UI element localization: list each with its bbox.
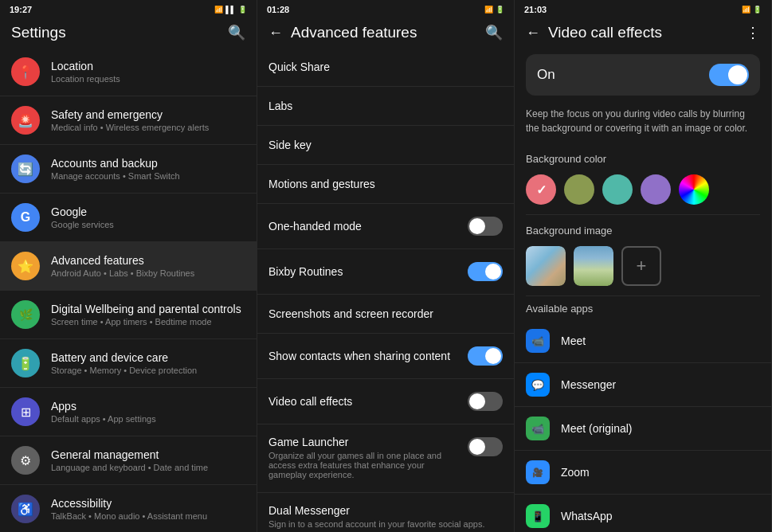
settings-item-safety[interactable]: 🚨 Safety and emergency Medical info • Wi… <box>0 96 257 145</box>
signal-icon: ▌▌ <box>225 6 236 14</box>
app-item-meet-original[interactable]: 📹 Meet (original) <box>515 407 771 451</box>
accounts-text: Accounts and backup Manage accounts • Sm… <box>51 157 245 181</box>
app-item-meet[interactable]: 📹 Meet <box>515 319 771 363</box>
location-text: Location Location requests <box>51 60 245 84</box>
videocall-toggle[interactable] <box>468 392 503 411</box>
advanced-title: Advanced features <box>51 254 245 267</box>
wellbeing-icon: 🌿 <box>19 308 33 321</box>
accessibility-icon-bg: ♿ <box>11 495 40 523</box>
advanced-list: Quick Share Labs Side key Motions and ge… <box>257 48 514 532</box>
accessibility-subtitle: TalkBack • Mono audio • Assistant menu <box>51 511 245 521</box>
gamelauncher-toggle[interactable] <box>468 437 503 456</box>
status-icons-3: 📶 🔋 <box>742 6 762 14</box>
location-title: Location <box>51 60 245 72</box>
status-time-3: 21:03 <box>524 5 547 14</box>
af-item-quickshare[interactable]: Quick Share <box>257 48 514 87</box>
apps-text: Apps Default apps • App settings <box>51 400 245 424</box>
dualmessenger-text: Dual Messenger Sign in to a second accou… <box>268 504 485 529</box>
wifi-icon: 📶 <box>214 6 223 14</box>
contacts-toggle[interactable] <box>468 346 503 366</box>
location-subtitle: Location requests <box>51 74 245 84</box>
status-bar-2: 01:28 📶 🔋 <box>257 0 514 18</box>
screenshots-text: Screenshots and screen recorder <box>268 307 433 320</box>
image-thumb-0[interactable] <box>526 246 566 286</box>
af-item-videocall[interactable]: Video call effects <box>257 379 514 424</box>
settings-item-location[interactable]: 📍 Location Location requests <box>0 48 257 96</box>
video-call-effects-panel: 21:03 📶 🔋 ← Video call effects ⋮ On Keep… <box>515 0 772 532</box>
wellbeing-icon-bg: 🌿 <box>11 300 40 329</box>
battery-subtitle: Storage • Memory • Device protection <box>51 366 245 375</box>
settings-item-google[interactable]: G Google Google services <box>0 194 257 242</box>
settings-item-accounts[interactable]: 🔄 Accounts and backup Manage accounts • … <box>0 145 257 194</box>
safety-subtitle: Medical info • Wireless emergency alerts <box>51 123 245 132</box>
safety-icon-bg: 🚨 <box>11 106 40 135</box>
image-thumb-1[interactable] <box>574 246 613 286</box>
apps-subtitle: Default apps • App settings <box>51 414 245 424</box>
apps-title: Apps <box>51 400 245 413</box>
whatsapp-label: WhatsApp <box>561 510 613 522</box>
settings-item-apps[interactable]: ⊞ Apps Default apps • App settings <box>0 388 257 436</box>
advanced-text: Advanced features Android Auto • Labs • … <box>51 254 245 278</box>
plus-icon: + <box>637 256 647 276</box>
af-item-gamelauncher[interactable]: Game Launcher Organize all your games al… <box>257 424 514 493</box>
af-item-motions[interactable]: Motions and gestures <box>257 165 514 204</box>
af-item-contacts[interactable]: Show contacts when sharing content <box>257 334 514 379</box>
vce-header: ← Video call effects ⋮ <box>515 18 771 48</box>
gamelauncher-text: Game Launcher Organize all your games al… <box>268 436 460 479</box>
app-item-zoom[interactable]: 🎥 Zoom <box>515 451 771 495</box>
messenger-icon: 💬 <box>526 373 550 397</box>
settings-item-accessibility[interactable]: ♿ Accessibility TalkBack • Mono audio • … <box>0 485 257 532</box>
color-circle-2[interactable] <box>602 174 633 205</box>
af-item-screenshots[interactable]: Screenshots and screen recorder <box>257 295 514 334</box>
status-icons-1: 📶 ▌▌ 🔋 <box>214 6 247 14</box>
onehanded-toggle[interactable] <box>468 217 503 236</box>
wellbeing-title: Digital Wellbeing and parental controls <box>51 303 245 315</box>
status-time-1: 19:27 <box>10 5 32 14</box>
color-circle-3[interactable] <box>641 174 671 205</box>
accounts-icon-bg: 🔄 <box>11 155 40 183</box>
accessibility-text: Accessibility TalkBack • Mono audio • As… <box>51 497 245 521</box>
bixby-toggle[interactable] <box>468 262 503 281</box>
general-icon-bg: ⚙ <box>11 446 40 475</box>
on-banner: On <box>526 54 760 96</box>
settings-item-battery[interactable]: 🔋 Battery and device care Storage • Memo… <box>0 339 257 388</box>
on-toggle[interactable] <box>709 64 749 86</box>
color-circle-4[interactable] <box>679 174 709 205</box>
more-icon[interactable]: ⋮ <box>746 24 760 41</box>
app-item-whatsapp[interactable]: 📱 WhatsApp <box>515 495 771 532</box>
settings-item-advanced[interactable]: ⭐ Advanced features Android Auto • Labs … <box>0 242 257 291</box>
advanced-subtitle: Android Auto • Labs • Bixby Routines <box>51 268 245 278</box>
add-image-button[interactable]: + <box>621 246 661 286</box>
color-circle-1[interactable] <box>564 174 594 205</box>
meet-icon: 📹 <box>526 329 550 353</box>
back-arrow-3[interactable]: ← <box>526 25 540 41</box>
settings-panel: 19:27 📶 ▌▌ 🔋 Settings 🔍 📍 Location Locat… <box>0 0 257 532</box>
af-item-bixby[interactable]: Bixby Routines <box>257 249 514 295</box>
whatsapp-icon: 📱 <box>526 504 550 528</box>
status-bar-1: 19:27 📶 ▌▌ 🔋 <box>0 0 257 18</box>
general-subtitle: Language and keyboard • Date and time <box>51 463 245 472</box>
safety-icon: 🚨 <box>18 113 33 128</box>
battery-text: Battery and device care Storage • Memory… <box>51 351 245 375</box>
safety-title: Safety and emergency <box>51 108 245 121</box>
google-icon-bg: G <box>11 203 40 232</box>
color-circle-0[interactable] <box>526 174 556 205</box>
advanced-icon: ⭐ <box>18 259 33 274</box>
search-icon-2[interactable]: 🔍 <box>485 24 503 41</box>
search-icon[interactable]: 🔍 <box>228 24 245 41</box>
battery-icon-bg: 🔋 <box>11 349 40 377</box>
image-row: + <box>515 241 771 295</box>
settings-item-general[interactable]: ⚙ General management Language and keyboa… <box>0 436 257 485</box>
google-text: Google Google services <box>51 205 245 229</box>
vce-description: Keep the focus on you during video calls… <box>515 102 771 145</box>
app-item-messenger[interactable]: 💬 Messenger <box>515 363 771 407</box>
accessibility-title: Accessibility <box>51 497 245 510</box>
wifi-icon-3: 📶 <box>742 6 750 14</box>
af-item-labs[interactable]: Labs <box>257 87 514 126</box>
back-arrow-2[interactable]: ← <box>268 25 283 41</box>
settings-item-wellbeing[interactable]: 🌿 Digital Wellbeing and parental control… <box>0 291 257 339</box>
af-item-sidekey[interactable]: Side key <box>257 126 514 165</box>
af-item-dualmessenger[interactable]: Dual Messenger Sign in to a second accou… <box>257 493 514 532</box>
af-item-onehanded[interactable]: One-handed mode <box>257 204 514 249</box>
google-icon: G <box>21 210 30 225</box>
